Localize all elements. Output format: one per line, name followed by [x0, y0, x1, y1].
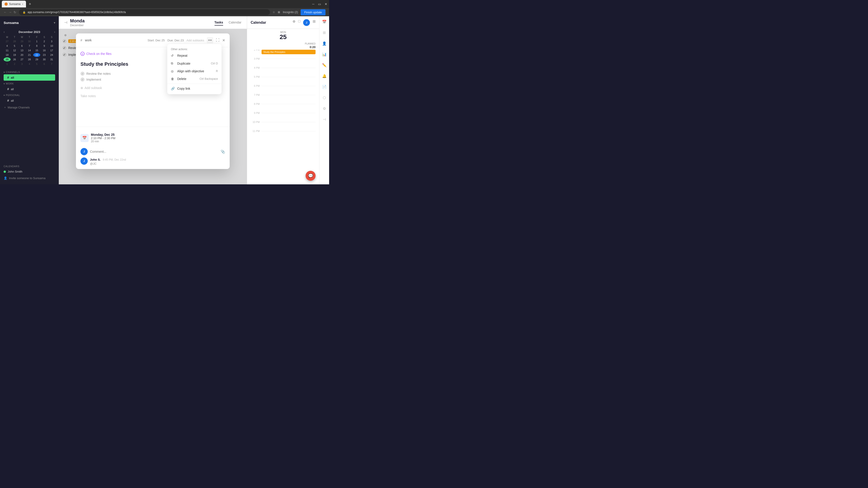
cal-day[interactable]: 6 [41, 62, 48, 66]
chat-fab-button[interactable]: 💬 [306, 171, 315, 181]
cal-day[interactable]: 9 [41, 44, 48, 48]
cal-day-selected[interactable]: 25 [4, 57, 11, 61]
strip-github-icon[interactable]: ⬡ [321, 94, 328, 101]
cal-day[interactable]: 3 [19, 62, 26, 66]
cal-day[interactable]: 27 [19, 57, 26, 61]
modal-due-date[interactable]: Due: Dec 23 [167, 39, 184, 42]
minimize-icon[interactable]: ─ [312, 2, 314, 6]
tab-close-btn[interactable]: × [22, 3, 23, 5]
cal-day[interactable]: 18 [4, 53, 11, 57]
url-bar[interactable]: 🔒 app.sunsama.com/group/1703182764469638… [19, 9, 270, 15]
sidebar-item-all[interactable]: # all [4, 74, 55, 80]
tab-tasks[interactable]: Tasks [215, 20, 223, 26]
strip-doc-icon[interactable]: 📄 [321, 83, 328, 90]
subtask-label-1[interactable]: Check on the files [86, 52, 112, 56]
modal-close-button[interactable]: ✕ [222, 38, 225, 42]
cal-day[interactable]: 15 [33, 48, 40, 53]
extensions-icon[interactable]: ⊞ [278, 11, 280, 14]
cal-day[interactable]: 19 [11, 53, 18, 57]
cal-day[interactable]: 30 [41, 57, 48, 61]
cal-day[interactable]: 2 [41, 39, 48, 43]
strip-grid-icon[interactable]: ⊞ [321, 29, 328, 36]
sidebar-item-personal-all[interactable]: # all [4, 97, 55, 104]
subtask-check-3[interactable]: ✓ [81, 77, 85, 82]
modal-expand-icon[interactable]: ⛶ [216, 38, 219, 42]
cal-day[interactable]: 27 [4, 39, 11, 43]
cal-day[interactable]: 4 [26, 62, 33, 66]
calendar-view-icon[interactable]: □ [298, 19, 301, 26]
strip-calendar-icon[interactable]: 📅 [321, 18, 328, 25]
active-tab[interactable]: Sunsama × [2, 1, 26, 7]
modal-start-date[interactable]: Start: Dec 25 [148, 39, 165, 42]
cal-day[interactable]: 28 [11, 39, 18, 43]
cal-prev-icon[interactable]: ‹ [4, 30, 5, 34]
close-icon[interactable]: ✕ [324, 2, 327, 6]
sidebar-dropdown-icon[interactable]: ▾ [54, 21, 55, 24]
cal-day[interactable]: 3 [48, 39, 55, 43]
maximize-icon[interactable]: ▭ [318, 2, 321, 6]
strip-edit-icon[interactable]: ✏️ [321, 61, 328, 69]
finish-update-button[interactable]: Finish update [301, 9, 326, 15]
cal-day[interactable]: 31 [48, 57, 55, 61]
new-tab-button[interactable]: + [27, 1, 33, 7]
cal-day[interactable]: 1 [4, 62, 11, 66]
strip-settings-icon[interactable]: ⚙ [321, 105, 328, 112]
zoom-in-icon[interactable]: ⊕ [292, 19, 296, 26]
subtask-check-2[interactable]: ✓ [81, 72, 85, 76]
cal-day[interactable]: 26 [11, 57, 18, 61]
strip-person-icon[interactable]: 👤 [321, 40, 328, 47]
invite-btn[interactable]: 👤 Invite someone to Sunsama [0, 175, 59, 182]
context-menu-delete[interactable]: 🗑 Delete Ctrl Backspace [167, 75, 221, 83]
forward-icon[interactable]: → [8, 10, 12, 14]
cal-day[interactable]: 10 [48, 44, 55, 48]
modal-three-dots-button[interactable]: ••• [207, 37, 213, 43]
cal-day[interactable]: 23 [41, 53, 48, 57]
cal-day[interactable]: 21 [26, 53, 33, 57]
manage-channels-btn[interactable]: ＋ Manage Channels [0, 104, 59, 111]
cal-day-today[interactable]: 22 [33, 53, 40, 57]
context-menu-copy-link[interactable]: 🔗 Copy link [167, 85, 221, 92]
cal-day[interactable]: 24 [48, 53, 55, 57]
cal-day[interactable]: 12 [11, 48, 18, 53]
cal-day[interactable]: 17 [48, 48, 55, 53]
cal-day[interactable]: 14 [26, 48, 33, 53]
subtask-label-2[interactable]: Review the notes [86, 72, 111, 75]
back-icon[interactable]: ← [4, 10, 7, 14]
strip-chart-icon[interactable]: 📊 [321, 51, 328, 58]
cal-day[interactable]: 5 [33, 62, 40, 66]
bookmark-icon[interactable]: ☆ [273, 11, 275, 14]
cal-day[interactable]: 20 [19, 53, 26, 57]
context-menu-duplicate[interactable]: ⧉ Duplicate Ctrl D [167, 59, 221, 67]
cal-day[interactable]: 5 [11, 44, 18, 48]
cal-day[interactable]: 13 [19, 48, 26, 53]
cal-day[interactable]: 2 [11, 62, 18, 66]
panel-expand-icon[interactable]: ⊞ [313, 19, 315, 26]
modal-add-subtasks[interactable]: Add subtasks [186, 39, 204, 42]
cal-day[interactable]: 29 [33, 57, 40, 61]
sidebar-item-work-all[interactable]: # all [4, 86, 55, 92]
strip-bottom-icon[interactable]: ⊣ [321, 116, 328, 123]
cal-day[interactable]: 7 [26, 44, 33, 48]
context-menu-repeat[interactable]: ↺ Repeat [167, 52, 221, 59]
refresh-icon[interactable]: ↻ [13, 10, 16, 14]
tab-calendar[interactable]: Calendar [228, 20, 241, 26]
strip-bell-icon[interactable]: 🔔 [321, 72, 328, 79]
cal-day[interactable]: 28 [26, 57, 33, 61]
cal-day[interactable]: 8 [33, 44, 40, 48]
modal-channel-name[interactable]: work [85, 38, 145, 42]
subtask-label-3[interactable]: Implement [86, 78, 101, 81]
cal-day[interactable]: 4 [4, 44, 11, 48]
attach-icon[interactable]: 📎 [221, 150, 225, 154]
cal-day[interactable]: 6 [19, 44, 26, 48]
subtask-check-1[interactable]: ● [81, 52, 85, 56]
cal-day[interactable]: 29 [19, 39, 26, 43]
panel-toggle-icon[interactable]: ⊣ [64, 20, 67, 25]
comment-input[interactable] [90, 150, 218, 153]
context-menu-align[interactable]: ◎ Align with objective R [167, 67, 221, 75]
cal-next-icon[interactable]: › [54, 30, 55, 34]
cal-day[interactable]: 7 [48, 62, 55, 66]
cal-day[interactable]: 16 [41, 48, 48, 53]
notes-area[interactable]: Take notes [81, 94, 225, 98]
cal-day[interactable]: 1 [33, 39, 40, 43]
cal-day[interactable]: 11 [4, 48, 11, 53]
